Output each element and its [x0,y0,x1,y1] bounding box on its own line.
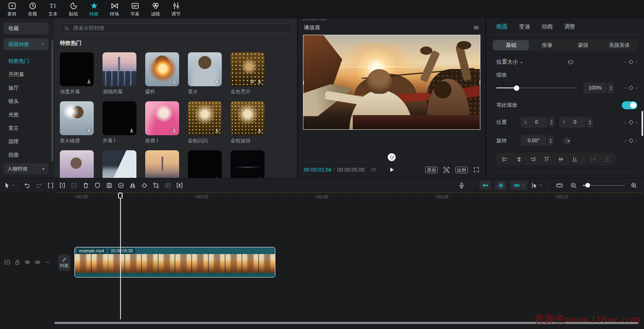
sidebar-scrollbar[interactable] [51,40,53,162]
extract-audio-button[interactable] [174,180,185,191]
scale-value[interactable]: 100% [583,82,607,93]
download-button[interactable] [172,128,177,133]
prev-keyframe-icon[interactable]: ‹ [624,138,626,143]
effect-card[interactable] [231,150,264,178]
video-preview[interactable] [303,35,480,130]
download-button[interactable] [129,128,134,133]
download-button[interactable] [86,128,92,133]
subtab-basic[interactable]: 基础 [493,40,529,50]
selection-handle[interactable] [477,126,480,130]
scale-slider[interactable] [496,85,577,91]
prev-keyframe-icon[interactable]: ‹ [624,85,626,90]
search-input[interactable] [72,25,287,31]
undo-button[interactable] [21,180,33,191]
favorite-icon[interactable] [249,79,255,84]
uniform-scale-toggle[interactable] [622,101,637,109]
effect-card[interactable]: 金粉闪闪 [188,101,222,144]
download-button[interactable] [214,79,220,84]
main-track-magnet-button[interactable] [480,181,491,190]
effect-card[interactable] [188,150,222,178]
track-video-track-button[interactable] [4,259,10,265]
selection-edge-handle[interactable] [480,81,480,85]
scale-stepper[interactable] [608,82,614,93]
trim-left-button[interactable] [56,180,68,191]
auto-snap-button[interactable] [495,181,506,190]
keyframe-diamond-icon[interactable] [629,85,633,90]
effect-card[interactable] [60,150,94,178]
fullscreen-button[interactable] [473,167,480,173]
download-button[interactable] [257,177,262,178]
effect-card[interactable]: 金色亮片 [231,52,264,95]
nav-captions[interactable]: 字幕 [125,0,145,18]
effect-card[interactable]: 渐隐闭幕 [103,52,136,95]
sidebar-item-lens[interactable]: 镜头 [0,95,54,108]
nav-effects[interactable]: 特效 [84,0,104,18]
align-right-button[interactable] [526,154,539,164]
sidebar-item-opening-closing[interactable]: 开闭幕 [0,68,54,81]
tab-canvas[interactable]: 画面 [496,23,508,31]
reset-position-size-button[interactable] [567,59,574,65]
effect-card[interactable]: 爆炸 [145,52,179,95]
align-bottom-button[interactable] [568,154,581,164]
align-h-center-button[interactable] [512,154,525,164]
keyframe-diamond-icon[interactable] [629,138,633,143]
distribute-vertical-button[interactable] [601,154,614,164]
effect-card[interactable]: 渐显开幕 [60,52,94,95]
track-lock-button[interactable] [14,259,21,265]
download-button[interactable] [257,79,262,84]
rotate-handle[interactable] [388,153,396,161]
nav-audio[interactable]: 音频 [22,0,43,18]
delete-button[interactable] [80,180,92,191]
player-menu-icon[interactable] [473,24,480,31]
tab-adjust[interactable]: 调整 [564,23,575,31]
download-button[interactable] [172,177,177,178]
nav-sticker[interactable]: 贴纸 [63,0,84,18]
download-button[interactable] [214,177,220,178]
playhead[interactable] [118,193,123,199]
ratio-button[interactable]: 比例 [455,167,468,173]
effect-card[interactable]: 开幕 I [103,101,136,144]
track-more-button[interactable] [44,259,51,265]
selection-handle[interactable] [303,126,306,130]
next-keyframe-icon[interactable]: › [636,85,637,90]
preview-axis-button[interactable] [531,180,542,191]
zoom-out-button[interactable] [568,180,580,191]
freeze-frame-button[interactable] [103,180,115,191]
rotate-button[interactable] [139,180,150,191]
slider-thumb[interactable] [514,85,519,91]
effect-card[interactable]: 金粉旋转 [231,101,264,144]
position-y-stepper[interactable] [587,117,593,128]
next-keyframe-icon[interactable]: › [636,59,637,64]
rotate-field[interactable]: 0.00° [521,135,547,146]
effect-card[interactable] [145,150,179,178]
trim-right-button[interactable] [68,180,80,191]
download-button[interactable] [129,79,134,84]
split-button[interactable] [45,180,56,191]
effect-card[interactable]: 星火 [188,52,222,95]
position-y-field[interactable]: Y 0 [559,117,586,128]
zoom-slider-button[interactable] [582,180,626,191]
smart-captions-button[interactable] [162,180,174,191]
original-quality-button[interactable]: 原画 [425,167,438,173]
play-button[interactable] [389,167,395,173]
track-eye-button[interactable] [24,259,31,265]
sidebar-item-retro[interactable]: 复古 [0,121,54,135]
nav-text[interactable]: TI文本 [43,0,63,18]
focus-zoom-button[interactable] [443,167,450,173]
prev-keyframe-icon[interactable]: ‹ [624,59,626,64]
record-voiceover-button[interactable] [456,180,467,191]
nav-transition[interactable]: 转场 [104,0,125,18]
rotate-stepper[interactable] [547,135,554,146]
selection-edge-handle[interactable] [303,81,304,85]
download-button[interactable] [257,128,262,133]
prev-keyframe-icon[interactable]: ‹ [624,120,626,125]
chevron-up-icon[interactable]: ▴ [521,60,523,64]
position-x-stepper[interactable] [548,117,554,128]
download-button[interactable] [129,177,134,178]
sidebar-item-disco[interactable]: 迪厅 [0,81,54,95]
video-clip[interactable]: example.mp4 00:00:05:00 [74,247,275,278]
tab-animation[interactable]: 动画 [541,23,553,31]
crop-button[interactable] [150,180,162,191]
redo-button[interactable] [33,180,45,191]
inspector-scrollbar[interactable] [641,111,643,136]
